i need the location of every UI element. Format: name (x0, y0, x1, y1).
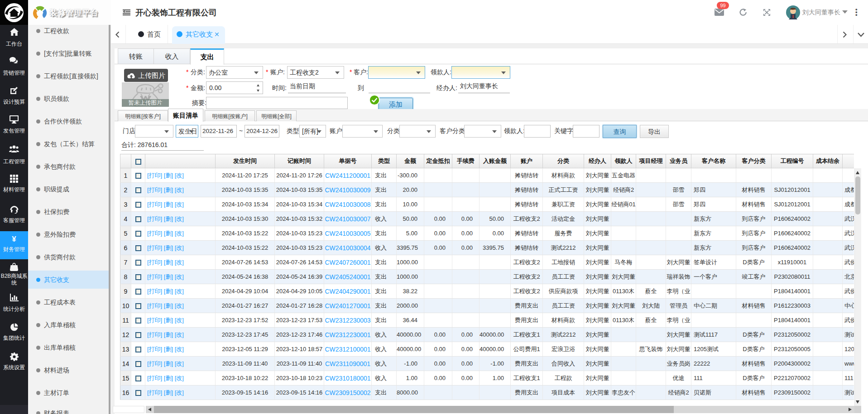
svg-text:¥: ¥ (12, 235, 16, 243)
